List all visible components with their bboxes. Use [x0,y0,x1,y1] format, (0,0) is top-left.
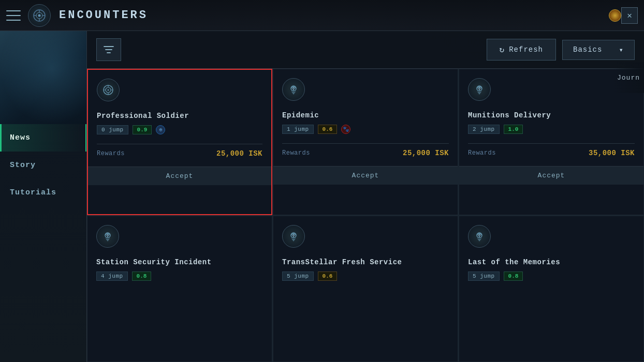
sidebar-image [0,31,86,124]
card-card-1[interactable]: Professional Soldier 0 jump 0.9 ⊕ Reward… [87,69,272,215]
card-icon [468,225,491,248]
card-meta: 4 jump 0.8 [96,272,263,281]
refresh-icon: ↻ [500,44,505,55]
rewards-label: Rewards [468,149,496,157]
card-meta: 2 jump 1.0 [468,125,635,134]
card-title: Epidemic [282,111,449,119]
center-dot-icon [609,9,621,22]
faction-icon: 🐾 [341,125,350,134]
security-badge: 1.0 [504,125,523,134]
card-rewards: Rewards 25,000 ISK [97,149,262,158]
card-title: Station Security Incident [96,258,263,266]
filter-button[interactable] [96,38,121,61]
sidebar: News Story Tutorials [0,31,87,362]
security-badge: 0.8 [504,272,523,281]
jump-badge: 5 jump [468,272,500,281]
right-panel-hint: Journ [613,62,644,93]
card-card-4[interactable]: Station Security Incident 4 jump 0.8 [87,216,272,362]
card-meta: 1 jump 0.6 🐾 [282,125,449,134]
jump-badge: 0 jump [97,125,128,134]
card-title: Munitions Delivery [468,111,635,119]
jump-badge: 2 jump [468,125,500,134]
card-meta: 0 jump 0.9 ⊕ [97,125,262,134]
divider [282,143,449,144]
app-title: ENCOUNTERS [59,9,598,22]
rewards-label: Rewards [97,150,125,157]
card-meta: 5 jump 0.6 [282,272,449,281]
rewards-amount: 35,000 ISK [589,149,635,157]
card-body: TransStellar Fresh Service 5 jump 0.6 [273,216,458,294]
accept-button[interactable]: Accept [88,167,271,185]
svg-point-2 [38,14,41,17]
rewards-amount: 25,000 ISK [403,149,449,157]
card-icon [282,225,305,248]
chevron-down-icon: ▾ [619,46,624,54]
accept-button[interactable]: Accept [273,166,458,185]
card-rewards: Rewards 25,000 ISK [282,149,449,157]
card-card-6[interactable]: Last of the Memories 5 jump 0.8 [459,216,644,362]
basics-dropdown-button[interactable]: Basics ▾ [562,40,635,60]
card-body: Station Security Incident 4 jump 0.8 [87,216,272,294]
content-area: ↻ Refresh Basics ▾ Professional Soldier … [87,31,644,362]
card-body: Professional Soldier 0 jump 0.9 ⊕ Reward… [88,70,271,167]
main-layout: News Story Tutorials ↻ Refresh Basics [0,31,644,362]
card-title: TransStellar Fresh Service [282,258,449,266]
security-badge: 0.9 [133,125,152,134]
card-title: Professional Soldier [97,112,262,120]
journal-label: Journ [617,74,640,82]
topbar: ENCOUNTERS ✕ [0,0,644,31]
jump-badge: 4 jump [96,272,128,281]
jump-badge: 5 jump [282,272,314,281]
card-icon [96,225,119,248]
sidebar-item-news[interactable]: News [0,124,86,152]
card-card-5[interactable]: TransStellar Fresh Service 5 jump 0.6 [273,216,458,362]
card-icon [97,79,120,101]
logo-icon [28,4,51,27]
jump-badge: 1 jump [282,125,314,134]
close-button[interactable]: ✕ [621,7,638,24]
card-body: Epidemic 1 jump 0.6 🐾 Rewards 25,000 ISK [273,69,458,166]
card-rewards: Rewards 35,000 ISK [468,149,635,157]
divider [97,144,262,144]
security-badge: 0.8 [132,272,152,281]
card-body: Last of the Memories 5 jump 0.8 [459,216,643,294]
sidebar-item-story[interactable]: Story [0,152,86,179]
refresh-button[interactable]: ↻ Refresh [487,39,556,61]
accept-button[interactable]: Accept [459,166,643,185]
menu-icon[interactable] [6,10,21,21]
card-title: Last of the Memories [468,258,635,266]
security-badge: 0.6 [318,125,338,134]
faction-icon: ⊕ [156,125,165,134]
rewards-amount: 25,000 ISK [216,149,262,158]
card-meta: 5 jump 0.8 [468,272,635,281]
card-card-2[interactable]: Epidemic 1 jump 0.6 🐾 Rewards 25,000 ISK… [273,69,458,215]
sidebar-item-tutorials[interactable]: Tutorials [0,179,86,206]
divider [468,143,635,144]
cards-grid: Professional Soldier 0 jump 0.9 ⊕ Reward… [87,69,644,362]
rewards-label: Rewards [282,149,310,157]
card-icon [282,78,305,101]
toolbar: ↻ Refresh Basics ▾ [87,31,644,69]
svg-point-5 [108,89,109,91]
security-badge: 0.6 [318,272,338,281]
card-icon [468,78,491,101]
